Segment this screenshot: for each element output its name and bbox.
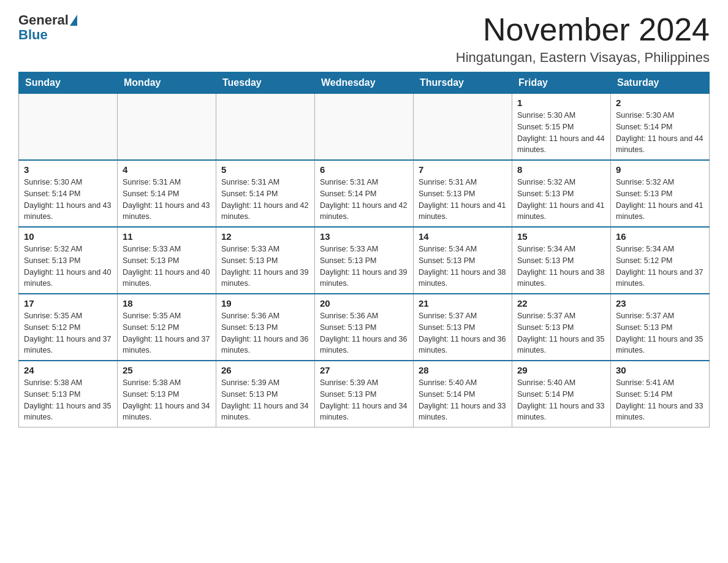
calendar-cell: 20Sunrise: 5:36 AMSunset: 5:13 PMDayligh… xyxy=(315,294,414,361)
sun-info: Sunrise: 5:33 AMSunset: 5:13 PMDaylight:… xyxy=(221,243,309,289)
day-number: 6 xyxy=(320,164,408,175)
day-number: 26 xyxy=(221,365,309,375)
day-number: 1 xyxy=(517,98,605,108)
sun-info: Sunrise: 5:38 AMSunset: 5:13 PMDaylight:… xyxy=(24,377,112,423)
day-number: 25 xyxy=(123,365,211,375)
sun-info: Sunrise: 5:34 AMSunset: 5:13 PMDaylight:… xyxy=(419,243,507,289)
sun-info: Sunrise: 5:32 AMSunset: 5:13 PMDaylight:… xyxy=(517,177,605,223)
day-number: 16 xyxy=(616,231,704,242)
calendar-cell: 28Sunrise: 5:40 AMSunset: 5:14 PMDayligh… xyxy=(414,361,512,427)
calendar-cell: 30Sunrise: 5:41 AMSunset: 5:14 PMDayligh… xyxy=(611,361,710,427)
day-number: 9 xyxy=(616,164,704,175)
calendar-cell: 14Sunrise: 5:34 AMSunset: 5:13 PMDayligh… xyxy=(414,227,512,294)
sun-info: Sunrise: 5:32 AMSunset: 5:13 PMDaylight:… xyxy=(616,177,704,223)
sun-info: Sunrise: 5:31 AMSunset: 5:13 PMDaylight:… xyxy=(419,177,507,223)
day-number: 27 xyxy=(320,365,408,375)
sun-info: Sunrise: 5:33 AMSunset: 5:13 PMDaylight:… xyxy=(320,243,408,289)
sun-info: Sunrise: 5:37 AMSunset: 5:13 PMDaylight:… xyxy=(517,310,605,356)
day-number: 7 xyxy=(419,164,507,175)
calendar-cell: 25Sunrise: 5:38 AMSunset: 5:13 PMDayligh… xyxy=(118,361,216,427)
day-number: 30 xyxy=(616,365,704,375)
day-of-week-header: Sunday xyxy=(19,72,118,94)
calendar-cell: 12Sunrise: 5:33 AMSunset: 5:13 PMDayligh… xyxy=(216,227,315,294)
day-of-week-header: Tuesday xyxy=(216,72,315,94)
sun-info: Sunrise: 5:35 AMSunset: 5:12 PMDaylight:… xyxy=(123,310,211,356)
sun-info: Sunrise: 5:34 AMSunset: 5:12 PMDaylight:… xyxy=(616,243,704,289)
calendar-cell: 8Sunrise: 5:32 AMSunset: 5:13 PMDaylight… xyxy=(512,160,611,227)
calendar-cell: 4Sunrise: 5:31 AMSunset: 5:14 PMDaylight… xyxy=(118,160,216,227)
sun-info: Sunrise: 5:30 AMSunset: 5:15 PMDaylight:… xyxy=(517,110,605,156)
day-number: 19 xyxy=(221,298,309,308)
day-number: 15 xyxy=(517,231,605,242)
sun-info: Sunrise: 5:30 AMSunset: 5:14 PMDaylight:… xyxy=(616,110,704,156)
calendar-cell xyxy=(315,94,414,161)
calendar-cell: 5Sunrise: 5:31 AMSunset: 5:14 PMDaylight… xyxy=(216,160,315,227)
calendar-cell xyxy=(118,94,216,161)
calendar-cell: 7Sunrise: 5:31 AMSunset: 5:13 PMDaylight… xyxy=(414,160,512,227)
day-number: 12 xyxy=(221,231,309,242)
calendar-cell: 15Sunrise: 5:34 AMSunset: 5:13 PMDayligh… xyxy=(512,227,611,294)
sun-info: Sunrise: 5:37 AMSunset: 5:13 PMDaylight:… xyxy=(616,310,704,356)
calendar-cell xyxy=(19,94,118,161)
calendar-cell: 11Sunrise: 5:33 AMSunset: 5:13 PMDayligh… xyxy=(118,227,216,294)
day-number: 28 xyxy=(419,365,507,375)
day-of-week-header: Wednesday xyxy=(315,72,414,94)
calendar-cell: 6Sunrise: 5:31 AMSunset: 5:14 PMDaylight… xyxy=(315,160,414,227)
title-block: November 2024 Hingatungan, Eastern Visay… xyxy=(456,12,710,66)
day-of-week-header: Saturday xyxy=(611,72,710,94)
calendar-week-row: 24Sunrise: 5:38 AMSunset: 5:13 PMDayligh… xyxy=(19,361,710,427)
calendar-week-row: 1Sunrise: 5:30 AMSunset: 5:15 PMDaylight… xyxy=(19,94,710,161)
day-number: 18 xyxy=(123,298,211,308)
calendar-cell: 16Sunrise: 5:34 AMSunset: 5:12 PMDayligh… xyxy=(611,227,710,294)
calendar-cell: 18Sunrise: 5:35 AMSunset: 5:12 PMDayligh… xyxy=(118,294,216,361)
sun-info: Sunrise: 5:31 AMSunset: 5:14 PMDaylight:… xyxy=(123,177,211,223)
calendar-cell: 13Sunrise: 5:33 AMSunset: 5:13 PMDayligh… xyxy=(315,227,414,294)
logo-triangle-icon xyxy=(70,15,77,26)
day-number: 23 xyxy=(616,298,704,308)
calendar-header-row: SundayMondayTuesdayWednesdayThursdayFrid… xyxy=(19,72,710,94)
sun-info: Sunrise: 5:39 AMSunset: 5:13 PMDaylight:… xyxy=(221,377,309,423)
calendar-cell: 29Sunrise: 5:40 AMSunset: 5:14 PMDayligh… xyxy=(512,361,611,427)
calendar-cell: 24Sunrise: 5:38 AMSunset: 5:13 PMDayligh… xyxy=(19,361,118,427)
day-of-week-header: Thursday xyxy=(414,72,512,94)
sun-info: Sunrise: 5:31 AMSunset: 5:14 PMDaylight:… xyxy=(320,177,408,223)
day-number: 14 xyxy=(419,231,507,242)
calendar-cell: 2Sunrise: 5:30 AMSunset: 5:14 PMDaylight… xyxy=(611,94,710,161)
calendar-cell: 19Sunrise: 5:36 AMSunset: 5:13 PMDayligh… xyxy=(216,294,315,361)
calendar-cell: 1Sunrise: 5:30 AMSunset: 5:15 PMDaylight… xyxy=(512,94,611,161)
day-number: 10 xyxy=(24,231,112,242)
sun-info: Sunrise: 5:41 AMSunset: 5:14 PMDaylight:… xyxy=(616,377,704,423)
calendar-cell: 21Sunrise: 5:37 AMSunset: 5:13 PMDayligh… xyxy=(414,294,512,361)
day-number: 22 xyxy=(517,298,605,308)
calendar-cell xyxy=(216,94,315,161)
calendar-table: SundayMondayTuesdayWednesdayThursdayFrid… xyxy=(18,72,710,427)
sun-info: Sunrise: 5:40 AMSunset: 5:14 PMDaylight:… xyxy=(419,377,507,423)
sun-info: Sunrise: 5:38 AMSunset: 5:13 PMDaylight:… xyxy=(123,377,211,423)
sun-info: Sunrise: 5:36 AMSunset: 5:13 PMDaylight:… xyxy=(320,310,408,356)
day-number: 2 xyxy=(616,98,704,108)
calendar-cell xyxy=(414,94,512,161)
day-of-week-header: Friday xyxy=(512,72,611,94)
day-number: 13 xyxy=(320,231,408,242)
calendar-cell: 9Sunrise: 5:32 AMSunset: 5:13 PMDaylight… xyxy=(611,160,710,227)
calendar-week-row: 10Sunrise: 5:32 AMSunset: 5:13 PMDayligh… xyxy=(19,227,710,294)
calendar-cell: 26Sunrise: 5:39 AMSunset: 5:13 PMDayligh… xyxy=(216,361,315,427)
day-number: 11 xyxy=(123,231,211,242)
calendar-week-row: 3Sunrise: 5:30 AMSunset: 5:14 PMDaylight… xyxy=(19,160,710,227)
day-of-week-header: Monday xyxy=(118,72,216,94)
sun-info: Sunrise: 5:36 AMSunset: 5:13 PMDaylight:… xyxy=(221,310,309,356)
logo: General Blue xyxy=(18,12,77,43)
day-number: 21 xyxy=(419,298,507,308)
calendar-week-row: 17Sunrise: 5:35 AMSunset: 5:12 PMDayligh… xyxy=(19,294,710,361)
sun-info: Sunrise: 5:35 AMSunset: 5:12 PMDaylight:… xyxy=(24,310,112,356)
sun-info: Sunrise: 5:37 AMSunset: 5:13 PMDaylight:… xyxy=(419,310,507,356)
page-header: General Blue November 2024 Hingatungan, … xyxy=(18,12,710,66)
day-number: 24 xyxy=(24,365,112,375)
calendar-cell: 17Sunrise: 5:35 AMSunset: 5:12 PMDayligh… xyxy=(19,294,118,361)
day-number: 3 xyxy=(24,164,112,175)
sun-info: Sunrise: 5:40 AMSunset: 5:14 PMDaylight:… xyxy=(517,377,605,423)
sun-info: Sunrise: 5:34 AMSunset: 5:13 PMDaylight:… xyxy=(517,243,605,289)
day-number: 8 xyxy=(517,164,605,175)
logo-blue-text: Blue xyxy=(18,27,48,43)
location-subtitle: Hingatungan, Eastern Visayas, Philippine… xyxy=(456,50,710,66)
